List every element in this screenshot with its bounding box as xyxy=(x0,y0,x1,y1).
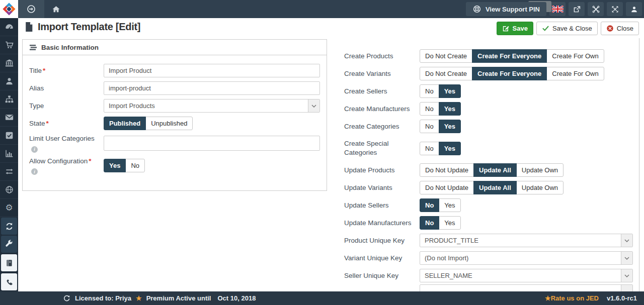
update-products-update-all-button[interactable]: Update All xyxy=(473,163,517,177)
create-products-create-for-own-button[interactable]: Create For Own xyxy=(546,49,604,63)
topbar-actions: View Support PIN xyxy=(466,2,642,16)
rate-us-on-jed-link[interactable]: ★Rate us on JED xyxy=(545,294,599,302)
toggle-menu-button[interactable] xyxy=(18,0,44,18)
update-products-do-not-update-button[interactable]: Do Not Update xyxy=(420,163,474,177)
save-and-close-button[interactable]: Save & Close xyxy=(536,22,598,35)
sidebar-item-reports[interactable] xyxy=(0,145,18,163)
create-variants-create-for-own-button[interactable]: Create For Own xyxy=(546,67,604,80)
refresh-icon[interactable] xyxy=(63,294,70,302)
update-variants-update-all-button[interactable]: Update All xyxy=(473,181,517,194)
language-flag-button[interactable] xyxy=(549,2,566,16)
product-unique-key-select[interactable]: PRODUCT_TITLE xyxy=(420,234,633,247)
sidebar-item-customers[interactable] xyxy=(0,72,18,90)
sidebar-item-sync[interactable] xyxy=(1,218,17,235)
sidebar-item-site[interactable] xyxy=(0,181,18,199)
sidebar-item-store[interactable] xyxy=(0,36,18,54)
info-icon: i xyxy=(31,146,38,153)
create-sellers-yes-button[interactable]: Yes xyxy=(439,84,461,98)
sidebar-item-docs[interactable] xyxy=(1,254,17,271)
gear-icon: ⚙ xyxy=(5,204,13,212)
external-link-button[interactable] xyxy=(569,2,585,16)
title-input[interactable] xyxy=(104,64,320,77)
main-content: Import Template [Edit] Save Save & Close xyxy=(18,18,644,291)
sidebar-item-categories[interactable] xyxy=(0,90,18,109)
panel-title: Basic Information xyxy=(41,44,99,51)
user-menu-button[interactable] xyxy=(626,2,642,16)
allow-configuration-yes-button[interactable]: Yes xyxy=(104,159,126,172)
seller-unique-key-value: SELLER_NAME xyxy=(420,269,632,282)
home-button[interactable] xyxy=(48,0,63,18)
app-logo[interactable] xyxy=(0,0,18,18)
star-icon: ★ xyxy=(545,294,551,302)
sitemap-icon xyxy=(5,94,14,104)
user-icon xyxy=(630,5,638,14)
sidebar-item-support[interactable] xyxy=(1,273,17,290)
sidebar-item-tools[interactable] xyxy=(1,236,17,253)
create-categories-no-button[interactable]: No xyxy=(420,120,439,133)
sidebar-item-dashboard[interactable] xyxy=(0,18,18,36)
view-support-pin-button[interactable]: View Support PIN xyxy=(466,2,546,16)
type-select[interactable]: Import Products xyxy=(104,99,320,113)
create-special-categories-yes-button[interactable]: Yes xyxy=(439,142,461,155)
create-products-do-not-create-button[interactable]: Do Not Create xyxy=(420,49,472,63)
allow-configuration-no-button[interactable]: No xyxy=(125,159,145,172)
chevron-down-icon xyxy=(621,252,632,264)
create-manufacturers-toggle-group: No Yes xyxy=(420,102,461,116)
field-state: State* Published Unpublished xyxy=(29,117,320,130)
sidebar-item-transactions[interactable] xyxy=(0,163,18,181)
exchange-arrows-icon xyxy=(5,167,14,176)
update-manufacturers-no-button[interactable]: No xyxy=(420,216,439,230)
save-and-close-label: Save & Close xyxy=(552,25,592,32)
row-create-products: Create Products Do Not Create Create For… xyxy=(344,47,633,65)
create-products-create-for-everyone-button[interactable]: Create For Everyone xyxy=(472,49,547,63)
row-variant-unique-key: Variant Unique Key (Do not Import) xyxy=(344,249,633,267)
cart-icon xyxy=(5,40,14,50)
save-button[interactable]: Save xyxy=(497,22,533,35)
seller-unique-key-select[interactable]: SELLER_NAME xyxy=(420,269,633,282)
fullscreen-icon xyxy=(611,5,619,14)
row-update-sellers: Update Sellers No Yes xyxy=(344,196,633,214)
check-icon xyxy=(542,25,549,32)
create-manufacturers-yes-button[interactable]: Yes xyxy=(439,102,461,116)
pencil-square-icon xyxy=(502,25,510,32)
star-icon: ★ xyxy=(136,294,142,302)
fullscreen-button[interactable] xyxy=(607,2,623,16)
external-link-icon xyxy=(573,5,581,14)
create-variants-do-not-create-button[interactable]: Do Not Create xyxy=(420,67,472,80)
update-variants-update-own-button[interactable]: Update Own xyxy=(516,181,564,194)
row-create-categories: Create Categories No Yes xyxy=(344,118,633,135)
create-special-categories-no-button[interactable]: No xyxy=(420,142,439,155)
sidebar-item-finance[interactable] xyxy=(0,54,18,72)
create-variants-create-for-everyone-button[interactable]: Create For Everyone xyxy=(472,67,547,80)
licensed-to-text: Licensed to: Priya xyxy=(75,294,131,302)
variant-unique-key-select[interactable]: (Do not Import) xyxy=(420,251,633,265)
sidebar-item-messages[interactable] xyxy=(0,109,18,127)
update-variants-do-not-update-button[interactable]: Do Not Update xyxy=(420,181,474,194)
update-sellers-no-button[interactable]: No xyxy=(420,198,439,212)
update-sellers-yes-button[interactable]: Yes xyxy=(439,198,460,212)
basic-information-panel: Basic Information Title* Alias xyxy=(22,39,327,191)
joomla-button[interactable] xyxy=(588,2,604,16)
limit-user-categories-input[interactable] xyxy=(104,136,320,151)
create-categories-yes-button[interactable]: Yes xyxy=(439,120,461,133)
premium-active-text: Premium Active until xyxy=(146,294,211,302)
type-select-value: Import Products xyxy=(104,99,319,112)
field-title: Title* xyxy=(29,64,320,77)
update-products-update-own-button[interactable]: Update Own xyxy=(516,163,564,177)
home-icon xyxy=(52,5,60,14)
create-manufacturers-no-button[interactable]: No xyxy=(420,102,439,116)
panel-body: Title* Alias Type xyxy=(23,55,327,187)
chevron-down-icon xyxy=(308,99,319,112)
state-published-button[interactable]: Published xyxy=(104,117,146,130)
footer: Licensed to: Priya ★ Premium Active unti… xyxy=(0,291,644,305)
sidebar-item-orders[interactable] xyxy=(0,127,18,145)
footer-right: ★Rate us on JED v1.6.0-rc1 xyxy=(545,294,644,302)
close-button[interactable]: Close xyxy=(601,22,639,35)
create-sellers-no-button[interactable]: No xyxy=(420,84,439,98)
alias-input[interactable] xyxy=(104,81,320,95)
sidebar-item-settings[interactable]: ⚙ xyxy=(0,199,18,217)
partial-select[interactable] xyxy=(420,284,633,291)
person-icon xyxy=(5,76,14,86)
update-manufacturers-yes-button[interactable]: Yes xyxy=(439,216,460,230)
state-unpublished-button[interactable]: Unpublished xyxy=(145,117,193,130)
